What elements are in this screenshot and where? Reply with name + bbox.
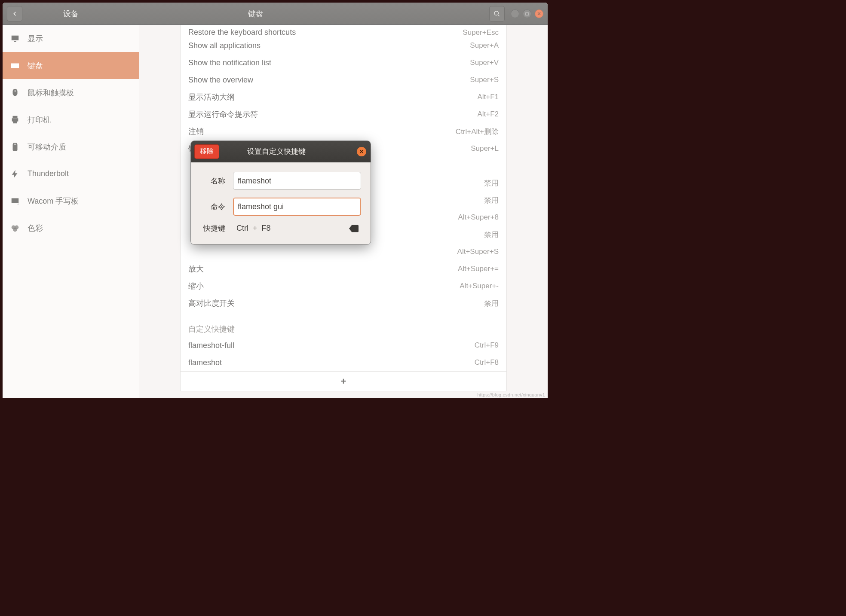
monitor-icon xyxy=(10,34,20,43)
name-label: 名称 xyxy=(200,176,225,186)
shortcut-label: 显示活动大纲 xyxy=(188,92,477,102)
sidebar-item-label: 显示 xyxy=(28,34,43,44)
shortcut-keys: Ctrl+F8 xyxy=(475,358,499,367)
minimize-button[interactable]: – xyxy=(511,9,519,18)
sidebar-item-display[interactable]: 显示 xyxy=(3,25,139,52)
tablet-icon xyxy=(10,196,20,206)
window-controls: – □ ✕ xyxy=(511,9,543,18)
sidebar-item-label: Wacom 手写板 xyxy=(28,196,79,206)
sidebar-item-label: 可移动介质 xyxy=(28,142,66,152)
shortcut-row[interactable]: 注销Ctrl+Alt+删除 xyxy=(181,123,506,140)
shortcut-keys: Alt+Super+S xyxy=(457,247,499,256)
shortcut-row[interactable]: 显示活动大纲Alt+F1 xyxy=(181,88,506,106)
shortcut-label: Restore the keyboard shortcuts xyxy=(188,28,463,37)
shortcut-label: 缩小 xyxy=(188,281,460,291)
shortcut-label: 高对比度开关 xyxy=(188,298,484,308)
shortcut-keys: Super+A xyxy=(470,41,499,50)
sidebar-item-removable[interactable]: 可移动介质 xyxy=(3,133,139,160)
shortcut-row[interactable]: 高对比度开关禁用 xyxy=(181,295,506,312)
sidebar-item-wacom[interactable]: Wacom 手写板 xyxy=(3,187,139,214)
settings-window: 设备 键盘 – □ ✕ 显示 键盘 鼠标和触摸板 xyxy=(3,3,548,398)
shortcut-keys: 禁用 xyxy=(484,230,499,240)
sidebar-item-label: Thunderbolt xyxy=(28,169,69,178)
shortcut-key: Ctrl xyxy=(236,224,248,233)
shortcut-keys: 禁用 xyxy=(484,195,499,205)
shortcut-label: flameshot-full xyxy=(188,341,475,350)
back-button[interactable] xyxy=(7,6,22,21)
shortcut-keys: 禁用 xyxy=(484,299,499,308)
search-icon xyxy=(494,10,500,17)
keyboard-icon xyxy=(10,61,20,70)
shortcut-key: F8 xyxy=(262,224,271,233)
removable-icon xyxy=(10,142,20,152)
shortcut-joiner: + xyxy=(253,224,257,233)
shortcut-row[interactable]: 缩小Alt+Super+- xyxy=(181,278,506,295)
sidebar-item-thunderbolt[interactable]: Thunderbolt xyxy=(3,160,139,187)
sidebar-item-label: 鼠标和触摸板 xyxy=(28,88,74,98)
shortcut-keys: Ctrl+Alt+删除 xyxy=(456,127,499,137)
maximize-button[interactable]: □ xyxy=(523,9,531,18)
field-row-name: 名称 xyxy=(200,172,361,190)
shortcut-keys: Alt+F2 xyxy=(477,110,499,119)
custom-shortcut-row[interactable]: flameshotCtrl+F8 xyxy=(181,354,506,371)
shortcut-keys: Super+V xyxy=(470,58,499,67)
watermark: https://blog.csdn.net/xinquanv1 xyxy=(477,392,545,397)
sidebar-item-printers[interactable]: 打印机 xyxy=(3,106,139,133)
shortcut-row[interactable]: Show the overviewSuper+S xyxy=(181,71,506,88)
command-label: 命令 xyxy=(200,202,225,212)
add-shortcut-button[interactable]: + xyxy=(181,371,506,391)
chevron-left-icon xyxy=(12,11,18,17)
close-button[interactable]: ✕ xyxy=(535,9,543,18)
backspace-icon xyxy=(349,225,359,232)
shortcut-keys: Alt+Super+8 xyxy=(458,213,499,222)
sidebar-item-keyboard[interactable]: 键盘 xyxy=(3,52,139,79)
custom-section-header: 自定义快捷键 xyxy=(181,312,506,337)
thunderbolt-icon xyxy=(10,169,20,179)
shortcut-row[interactable]: Show all applicationsSuper+A xyxy=(181,37,506,54)
dialog-close-button[interactable]: ✕ xyxy=(357,147,366,156)
shortcut-clear-button[interactable] xyxy=(349,225,359,232)
mouse-icon xyxy=(10,88,20,98)
shortcut-keys: Alt+F1 xyxy=(477,93,499,101)
shortcut-label: Show all applications xyxy=(188,41,470,50)
sidebar-item-label: 色彩 xyxy=(28,223,43,233)
shortcut-keys: Super+L xyxy=(471,144,499,153)
name-input[interactable] xyxy=(233,172,361,190)
svg-point-2 xyxy=(13,228,17,232)
dialog-header: 移除 设置自定义快捷键 ✕ xyxy=(191,141,371,162)
shortcut-keys: Alt+Super+= xyxy=(458,265,499,273)
color-icon xyxy=(10,223,20,233)
command-input[interactable] xyxy=(233,198,361,216)
sidebar-item-label: 打印机 xyxy=(28,115,51,125)
shortcut-label: Show the overview xyxy=(188,76,470,85)
shortcut-keys: 禁用 xyxy=(484,178,499,188)
sidebar-item-label: 键盘 xyxy=(28,61,43,71)
shortcut-keys: Alt+Super+- xyxy=(460,282,499,290)
sidebar: 显示 键盘 鼠标和触摸板 打印机 可移动介质 Thunderbolt xyxy=(3,25,139,398)
shortcut-label: 注销 xyxy=(188,126,456,137)
field-row-command: 命令 xyxy=(200,198,361,216)
shortcut-display[interactable]: Ctrl + F8 xyxy=(233,224,361,233)
shortcut-row[interactable]: 放大Alt+Super+= xyxy=(181,260,506,278)
sidebar-item-mouse[interactable]: 鼠标和触摸板 xyxy=(3,79,139,106)
sidebar-item-color[interactable]: 色彩 xyxy=(3,214,139,241)
shortcut-keys: Super+S xyxy=(470,76,499,84)
shortcut-label: 快捷键 xyxy=(200,223,225,233)
custom-shortcut-row[interactable]: flameshot-fullCtrl+F9 xyxy=(181,337,506,354)
search-button[interactable] xyxy=(489,6,505,21)
shortcut-row[interactable]: 显示运行命令提示符Alt+F2 xyxy=(181,106,506,123)
titlebar: 设备 键盘 – □ ✕ xyxy=(3,3,548,25)
shortcut-label: flameshot xyxy=(188,358,475,367)
shortcut-row[interactable]: Show the notification listSuper+V xyxy=(181,54,506,71)
custom-shortcut-dialog: 移除 设置自定义快捷键 ✕ 名称 命令 快捷键 Ctrl + F8 xyxy=(191,141,371,244)
printer-icon xyxy=(10,115,20,125)
shortcut-keys: Super+Esc xyxy=(463,28,499,37)
shortcut-keys: Ctrl+F9 xyxy=(475,341,499,350)
shortcut-label: 放大 xyxy=(188,264,458,274)
shortcut-row[interactable]: Restore the keyboard shortcutsSuper+Esc xyxy=(181,27,506,37)
page-title: 键盘 xyxy=(22,9,489,19)
dialog-title: 设置自定义快捷键 xyxy=(196,146,357,156)
shortcut-row[interactable]: Alt+Super+S xyxy=(181,243,506,260)
shortcut-label: Show the notification list xyxy=(188,58,470,67)
shortcut-label: 显示运行命令提示符 xyxy=(188,109,477,119)
